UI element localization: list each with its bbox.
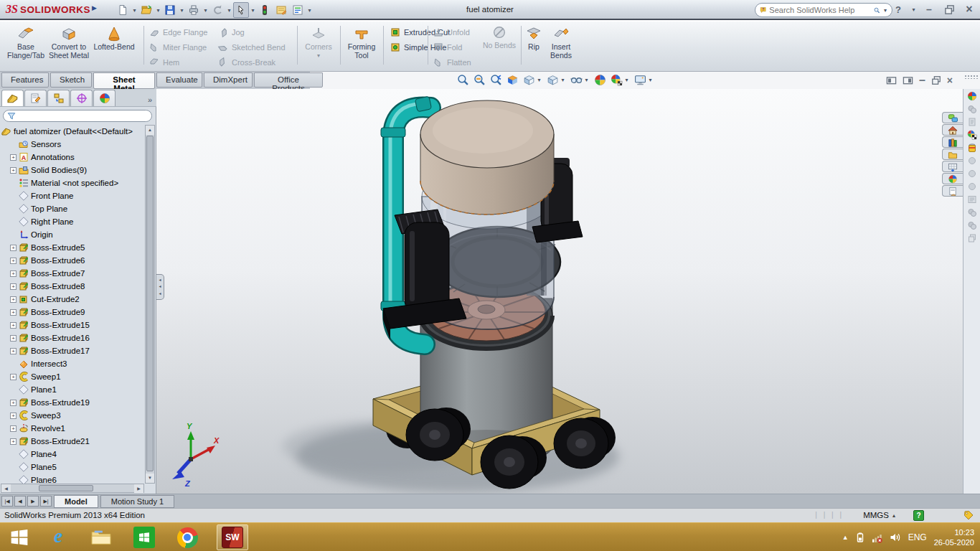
taskpane-tab-appearances-scenes[interactable] (942, 173, 963, 184)
tree-item[interactable]: +Top Plane (1, 202, 145, 215)
tree-vertical-scrollbar[interactable]: ▲ ▼ (145, 125, 155, 484)
gray-copy-icon[interactable] (966, 232, 979, 243)
dimxpertmanager-tab[interactable] (70, 90, 93, 106)
display-style-caret-icon[interactable]: ▾ (560, 77, 566, 83)
corners-button[interactable]: Corners ▾ (300, 23, 337, 69)
tree-item[interactable]: +Boss-Extrude19 (1, 396, 145, 409)
panel-collapse-handle[interactable]: ◂◂◂ (156, 274, 164, 300)
tree-item[interactable]: +Origin (1, 228, 145, 241)
scroll-up-button[interactable]: ▲ (146, 126, 154, 135)
expand-toggle-icon[interactable]: + (10, 167, 17, 174)
gray-circle-icon[interactable] (966, 181, 979, 192)
menu-flyout-icon[interactable]: ▶ (92, 4, 97, 11)
close-button[interactable]: × (961, 2, 977, 17)
gray-document-icon[interactable] (966, 116, 979, 127)
search-icon[interactable] (874, 6, 880, 15)
gray-circle-icon[interactable] (966, 168, 979, 179)
expand-toggle-icon[interactable]: + (10, 400, 17, 406)
forming-tool-button[interactable]: Forming Tool (343, 23, 380, 69)
section-view-button[interactable] (506, 73, 519, 87)
taskbar-clock[interactable]: 10:23 26-05-2020 (934, 527, 974, 548)
tree-item[interactable]: +Plane4 (1, 448, 145, 461)
select-caret-icon[interactable]: ▾ (250, 7, 256, 14)
scroll-right-button[interactable]: ▶ (134, 484, 143, 493)
task-scheduler-button[interactable] (290, 2, 306, 18)
expand-toggle-icon[interactable]: + (10, 258, 17, 264)
taskpane-tab-file-explorer[interactable] (942, 149, 963, 160)
undo-caret-icon[interactable]: ▾ (226, 7, 232, 14)
tree-item[interactable]: +Annotations (1, 151, 145, 164)
corners-caret-icon[interactable]: ▾ (317, 52, 320, 59)
gray-circle-icon[interactable] (966, 155, 979, 166)
tree-item[interactable]: +Sweep3 (1, 409, 145, 422)
expand-toggle-icon[interactable]: + (10, 245, 17, 251)
configurationmanager-tab[interactable] (47, 90, 70, 106)
expand-toggle-icon[interactable]: + (10, 374, 17, 380)
paint-jar-icon[interactable] (966, 142, 979, 153)
tab-evaluate[interactable]: Evaluate (156, 72, 202, 88)
new-caret-icon[interactable]: ▾ (131, 7, 138, 14)
color-ball-icon[interactable] (966, 90, 979, 101)
gray-balls-icon[interactable] (966, 103, 979, 114)
store-button[interactable] (132, 526, 156, 549)
model-canvas[interactable]: Y X Z (156, 89, 963, 494)
chrome-button[interactable] (175, 526, 199, 549)
tree-item[interactable]: +Plane6 (1, 474, 145, 484)
options-button[interactable] (273, 2, 289, 18)
zoom-to-area-button[interactable] (473, 73, 486, 87)
tab-sheet-metal[interactable]: Sheet Metal (93, 72, 155, 89)
tree-item[interactable]: +Boss-Extrude16 (1, 331, 145, 344)
view-settings-button[interactable]: ▾ (633, 73, 654, 87)
volume-icon[interactable] (890, 532, 901, 543)
expand-toggle-icon[interactable]: + (10, 322, 17, 329)
fold-button[interactable]: Fold (430, 41, 476, 54)
view-orientation-button[interactable]: ▾ (522, 73, 543, 87)
jog-button[interactable]: Jog (215, 26, 288, 39)
rebuild-button[interactable] (257, 2, 273, 18)
taskpane-tab-custom-properties[interactable] (942, 185, 963, 197)
expand-toggle-icon[interactable]: + (10, 309, 17, 316)
rip-button[interactable]: Rip (522, 23, 545, 69)
task-caret-icon[interactable]: ▾ (306, 7, 313, 14)
taskpane-tab-solidworks-forum[interactable] (942, 112, 963, 123)
expand-toggle-icon[interactable]: + (10, 283, 17, 290)
print-caret-icon[interactable]: ▾ (202, 7, 209, 14)
language-indicator[interactable]: ENG (908, 532, 927, 542)
tree-item[interactable]: +Right Plane (1, 215, 145, 228)
hidden-icons-button[interactable]: ▲ (842, 534, 849, 541)
expand-toggle-icon[interactable]: + (10, 154, 17, 161)
model-tab[interactable]: Model (54, 495, 98, 508)
gray-balls-icon[interactable] (966, 220, 979, 230)
save-caret-icon[interactable]: ▾ (179, 7, 185, 14)
zoom-to-fit-button[interactable] (456, 73, 470, 87)
horizontal-scroll-thumb[interactable] (39, 485, 93, 491)
tree-item[interactable]: +Sweep1 (1, 370, 145, 383)
miter-flange-button[interactable]: Miter Flange (146, 41, 215, 54)
status-help-icon[interactable]: ? (913, 510, 924, 521)
hide-show-items-button[interactable]: ▾ (570, 73, 590, 87)
graphics-area[interactable]: Y X Z ◂◂◂ (156, 89, 963, 494)
last-study-button[interactable]: ▶| (40, 496, 52, 507)
tree-item[interactable]: +Boss-Extrude7 (1, 267, 145, 280)
tree-item[interactable]: +Plane5 (1, 461, 145, 474)
featuremanager-tab[interactable] (1, 90, 24, 106)
help-search-box[interactable]: ▾ (755, 3, 892, 17)
tree-item[interactable]: +Intersect3 (1, 357, 145, 370)
scroll-down-button[interactable]: ▼ (146, 474, 154, 483)
pane-right-icon[interactable] (903, 75, 913, 86)
restore-button[interactable] (941, 2, 957, 17)
open-caret-icon[interactable]: ▾ (155, 7, 161, 14)
expand-toggle-icon[interactable]: + (10, 413, 17, 419)
sketched-bend-button[interactable]: Sketched Bend (215, 41, 288, 54)
apply-scene-button[interactable]: ▾ (610, 73, 631, 87)
tree-item[interactable]: +Cut-Extrude2 (1, 293, 145, 306)
tree-item[interactable]: +Boss-Extrude21 (1, 435, 145, 448)
first-study-button[interactable]: |◀ (1, 496, 13, 507)
tree-item[interactable]: +Boss-Extrude8 (1, 280, 145, 293)
select-button[interactable] (233, 2, 249, 18)
expand-toggle-icon[interactable]: + (10, 438, 17, 445)
tree-item[interactable]: +Plane1 (1, 383, 145, 396)
taskpane-tab-design-library[interactable] (942, 136, 963, 148)
expand-toggle-icon[interactable]: + (10, 296, 17, 303)
view-settings-caret-icon[interactable]: ▾ (647, 77, 654, 83)
